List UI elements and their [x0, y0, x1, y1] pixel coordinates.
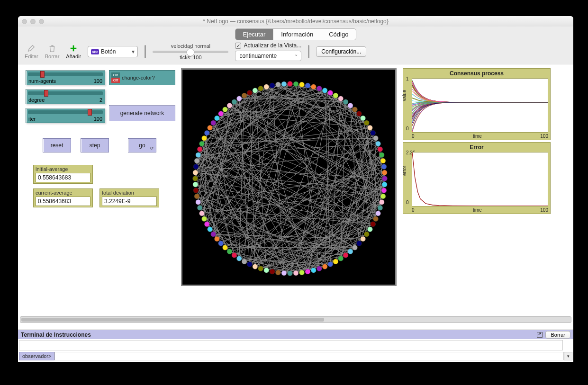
speed-slider[interactable]: [153, 51, 228, 53]
svg-point-383: [223, 107, 228, 112]
svg-point-382: [218, 111, 224, 116]
svg-line-240: [202, 138, 376, 144]
horizontal-scrollbar[interactable]: [20, 316, 571, 323]
svg-point-365: [197, 205, 202, 210]
svg-point-356: [227, 249, 232, 254]
svg-point-295: [288, 81, 293, 87]
switch-change-color[interactable]: OnOff change-color?: [109, 70, 175, 85]
view-update-block: ✓ Actualizar de la Vista... continuament…: [235, 42, 301, 61]
svg-point-302: [328, 90, 333, 96]
button-go[interactable]: go ⟳: [128, 138, 156, 152]
checkbox-icon: ✓: [235, 43, 241, 49]
svg-point-315: [378, 147, 383, 152]
plot-consensus: Consensus process 1 0 value 0 time 100: [403, 68, 551, 140]
svg-point-360: [211, 232, 216, 237]
separator: [145, 45, 146, 58]
svg-line-196: [207, 224, 250, 264]
svg-point-393: [275, 82, 280, 87]
svg-point-376: [199, 141, 205, 146]
monitor-current-average: current-average 0.558643683: [33, 188, 93, 207]
svg-point-373: [194, 158, 199, 163]
slider-iter[interactable]: iter 100: [26, 108, 105, 123]
svg-point-348: [270, 269, 275, 274]
button-reset[interactable]: reset: [43, 138, 71, 152]
svg-point-369: [193, 182, 198, 187]
svg-point-314: [375, 141, 380, 146]
tab-info[interactable]: Información: [273, 29, 321, 40]
svg-point-300: [317, 86, 322, 91]
world-view[interactable]: [181, 68, 397, 286]
button-step[interactable]: step: [81, 138, 109, 152]
svg-point-363: [202, 216, 207, 222]
scrollbar-thumb[interactable]: [21, 318, 324, 322]
slider-num-agents[interactable]: num-agents 100: [26, 70, 105, 85]
edit-button[interactable]: Editar: [25, 44, 38, 59]
svg-point-387: [242, 93, 247, 98]
app-window: * NetLogo — consensus {/Users/mrebollo/d…: [18, 16, 573, 362]
svg-point-371: [193, 170, 198, 175]
svg-point-319: [382, 170, 387, 175]
update-mode-select[interactable]: continuamente: [235, 51, 301, 61]
plot-error: Error 2.26 0 error 0 time 100: [403, 142, 551, 214]
network-graph: [182, 70, 398, 287]
pencil-icon: [27, 44, 36, 53]
svg-point-306: [348, 103, 353, 108]
svg-point-340: [317, 266, 322, 271]
svg-point-308: [356, 111, 362, 116]
svg-point-342: [305, 269, 310, 274]
loop-icon: ⟳: [150, 146, 154, 151]
add-button[interactable]: Añadir: [66, 44, 81, 59]
delete-button[interactable]: Borrar: [45, 44, 60, 59]
slider-degree[interactable]: degree 2: [26, 89, 105, 104]
zoom-icon[interactable]: [39, 19, 44, 24]
svg-point-384: [227, 103, 232, 108]
svg-point-320: [382, 176, 388, 181]
tab-bar: Ejecutar Información Código: [18, 27, 573, 41]
svg-point-310: [364, 120, 369, 125]
svg-point-372: [193, 164, 199, 169]
svg-point-386: [236, 96, 242, 101]
button-generate-network[interactable]: generate network: [109, 105, 175, 121]
svg-point-329: [367, 227, 372, 232]
svg-point-332: [356, 241, 362, 246]
svg-point-377: [202, 135, 207, 141]
tab-run[interactable]: Ejecutar: [235, 29, 274, 40]
svg-point-355: [232, 252, 237, 258]
command-input[interactable]: [54, 352, 564, 360]
svg-point-375: [197, 147, 202, 152]
svg-point-381: [214, 116, 219, 121]
svg-point-333: [352, 245, 357, 250]
svg-point-339: [322, 264, 327, 269]
svg-point-297: [299, 82, 305, 87]
svg-point-311: [367, 125, 372, 130]
update-view-checkbox[interactable]: ✓ Actualizar de la Vista...: [235, 42, 301, 49]
command-history-dropdown[interactable]: ▾: [564, 352, 572, 360]
svg-point-330: [364, 232, 369, 237]
config-button[interactable]: Configuración...: [316, 46, 366, 57]
tab-code[interactable]: Código: [321, 29, 356, 40]
svg-point-358: [218, 241, 224, 246]
widget-type-select[interactable]: abc Botón ▾: [88, 46, 138, 57]
svg-point-324: [379, 199, 384, 205]
svg-point-331: [361, 236, 366, 242]
interface-panel: num-agents 100 degree 2 iter 100 OnOff c…: [18, 64, 573, 362]
svg-line-289: [197, 85, 278, 161]
command-prompt-label[interactable]: observador>: [19, 352, 54, 360]
svg-point-322: [381, 188, 387, 193]
svg-point-366: [196, 199, 201, 205]
svg-point-301: [322, 88, 327, 93]
close-icon[interactable]: [22, 19, 27, 24]
svg-point-341: [311, 268, 316, 273]
svg-point-351: [253, 264, 258, 269]
svg-point-304: [338, 96, 344, 101]
switch-off: Off: [111, 78, 120, 83]
svg-point-354: [236, 256, 242, 261]
minimize-icon[interactable]: [30, 19, 36, 24]
expand-icon[interactable]: [537, 332, 543, 338]
clear-terminal-button[interactable]: Borrar: [545, 331, 570, 339]
svg-point-380: [211, 120, 216, 125]
svg-point-325: [378, 205, 383, 210]
svg-point-353: [242, 259, 247, 264]
svg-point-361: [208, 227, 213, 232]
svg-point-336: [338, 256, 344, 261]
